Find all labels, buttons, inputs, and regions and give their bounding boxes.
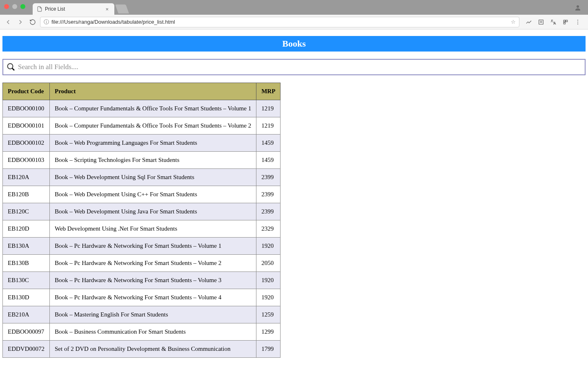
cell-product: Book – Scripting Technologies For Smart … — [50, 152, 256, 169]
bookmark-star-icon[interactable]: ☆ — [511, 19, 516, 25]
cell-product: Book – Computer Fundamentals & Office To… — [50, 117, 256, 135]
cell-mrp: 1459 — [256, 152, 281, 169]
reload-button[interactable] — [28, 17, 38, 27]
translate-icon[interactable] — [550, 18, 557, 26]
table-row[interactable]: EB120BBook – Web Development Using C++ F… — [3, 186, 281, 203]
cell-product-code: EDBOO00100 — [3, 100, 50, 117]
svg-point-0 — [577, 5, 579, 8]
close-window-button[interactable] — [4, 4, 9, 9]
menu-icon[interactable] — [574, 18, 581, 26]
table-row[interactable]: EB130CBook – Pc Hardware & Networking Fo… — [3, 272, 281, 289]
cell-product: Book – Mastering English For Smart Stude… — [50, 306, 256, 323]
col-product[interactable]: Product — [50, 83, 256, 100]
page-content: Books Product Code Product MRP EDBOO0010… — [0, 29, 588, 368]
close-tab-button[interactable]: × — [104, 6, 110, 12]
price-table: Product Code Product MRP EDBOO00100Book … — [2, 83, 281, 358]
table-row[interactable]: EB210ABook – Mastering English For Smart… — [3, 306, 281, 323]
table-row[interactable]: EB120ABook – Web Development Using Sql F… — [3, 169, 281, 186]
table-row[interactable]: EB130DBook – Pc Hardware & Networking Fo… — [3, 289, 281, 306]
browser-tab-strip: Price List × — [0, 0, 588, 15]
cell-product-code: EB120A — [3, 169, 50, 186]
browser-toolbar: ⓘ file:///Users/ranga/Downloads/tabulate… — [0, 15, 588, 29]
svg-point-9 — [577, 23, 578, 24]
cell-mrp: 2399 — [256, 203, 281, 220]
cell-product: Book – Web Programming Languages For Sma… — [50, 135, 256, 152]
cell-mrp: 1299 — [256, 323, 281, 341]
table-row[interactable]: EB130BBook – Pc Hardware & Networking Fo… — [3, 255, 281, 272]
svg-point-8 — [577, 21, 578, 22]
cell-product: Book – Business Communication For Smart … — [50, 323, 256, 341]
col-mrp[interactable]: MRP — [256, 83, 281, 100]
cell-mrp: 1259 — [256, 306, 281, 323]
table-row[interactable]: EB120DWeb Development Using .Net For Sma… — [3, 220, 281, 238]
cell-product-code: EDBOO00102 — [3, 135, 50, 152]
cell-mrp: 1920 — [256, 238, 281, 255]
svg-rect-6 — [564, 22, 565, 24]
search-icon — [6, 62, 16, 72]
col-product-code[interactable]: Product Code — [3, 83, 50, 100]
cell-product: Web Development Using .Net For Smart Stu… — [50, 220, 256, 238]
window-controls — [4, 4, 25, 9]
table-row[interactable]: EDBOO00102Book – Web Programming Languag… — [3, 135, 281, 152]
site-info-icon[interactable]: ⓘ — [44, 18, 49, 26]
cell-product-code: EB130D — [3, 289, 50, 306]
new-tab-button[interactable] — [115, 4, 129, 13]
cell-product-code: EB130B — [3, 255, 50, 272]
svg-point-10 — [8, 64, 13, 69]
cell-product: Book – Pc Hardware & Networking For Smar… — [50, 238, 256, 255]
forward-button[interactable] — [16, 17, 25, 27]
table-row[interactable]: EB130ABook – Pc Hardware & Networking Fo… — [3, 238, 281, 255]
cell-mrp: 1459 — [256, 135, 281, 152]
file-icon — [37, 6, 42, 12]
minimize-window-button[interactable] — [12, 4, 17, 9]
cell-product-code: EB130C — [3, 272, 50, 289]
cell-product: Book – Pc Hardware & Networking For Smar… — [50, 272, 256, 289]
table-row[interactable]: EDBOO00100Book – Computer Fundamentals &… — [3, 100, 281, 117]
cell-mrp: 1920 — [256, 289, 281, 306]
cell-product-code: EDBOO00101 — [3, 117, 50, 135]
search-container — [2, 59, 586, 75]
address-bar[interactable]: ⓘ file:///Users/ranga/Downloads/tabulate… — [40, 17, 519, 27]
cell-product: Book – Web Development Using C++ For Sma… — [50, 186, 256, 203]
maximize-window-button[interactable] — [20, 4, 25, 9]
reader-icon[interactable] — [537, 18, 545, 26]
table-row[interactable]: EDBOO00101Book – Computer Fundamentals &… — [3, 117, 281, 135]
cell-product: Set of 2 DVD on Personality Development … — [50, 341, 256, 358]
cell-product-code: EB210A — [3, 306, 50, 323]
tab-title: Price List — [45, 6, 101, 12]
extension-icon[interactable] — [525, 18, 532, 26]
url-text: file:///Users/ranga/Downloads/tabulate/p… — [51, 19, 508, 25]
cell-mrp: 2329 — [256, 220, 281, 238]
cell-product-code: EB120C — [3, 203, 50, 220]
table-row[interactable]: EB120CBook – Web Development Using Java … — [3, 203, 281, 220]
cell-product-code: EDDVD00072 — [3, 341, 50, 358]
cell-product-code: EDBOO00103 — [3, 152, 50, 169]
profile-icon[interactable] — [574, 4, 581, 11]
cell-product: Book – Pc Hardware & Networking For Smar… — [50, 255, 256, 272]
cell-product-code: EB120D — [3, 220, 50, 238]
cell-product: Book – Web Development Using Sql For Sma… — [50, 169, 256, 186]
cell-mrp: 2399 — [256, 169, 281, 186]
cell-product: Book – Pc Hardware & Networking For Smar… — [50, 289, 256, 306]
cell-product-code: EDBOO00097 — [3, 323, 50, 341]
cell-mrp: 2050 — [256, 255, 281, 272]
svg-line-11 — [12, 68, 14, 70]
svg-point-7 — [577, 20, 578, 20]
cell-mrp: 1219 — [256, 100, 281, 117]
search-input[interactable] — [18, 63, 582, 71]
table-header-row: Product Code Product MRP — [3, 83, 281, 100]
cell-mrp: 1219 — [256, 117, 281, 135]
table-row[interactable]: EDDVD00072Set of 2 DVD on Personality De… — [3, 341, 281, 358]
svg-rect-5 — [566, 20, 568, 22]
cell-product: Book – Computer Fundamentals & Office To… — [50, 100, 256, 117]
extension2-icon[interactable] — [562, 18, 569, 26]
cell-product-code: EB120B — [3, 186, 50, 203]
page-title: Books — [2, 36, 586, 52]
table-row[interactable]: EDBOO00103Book – Scripting Technologies … — [3, 152, 281, 169]
cell-mrp: 1920 — [256, 272, 281, 289]
cell-product-code: EB130A — [3, 238, 50, 255]
table-row[interactable]: EDBOO00097Book – Business Communication … — [3, 323, 281, 341]
browser-tab[interactable]: Price List × — [33, 3, 114, 15]
cell-product: Book – Web Development Using Java For Sm… — [50, 203, 256, 220]
back-button[interactable] — [3, 17, 13, 27]
